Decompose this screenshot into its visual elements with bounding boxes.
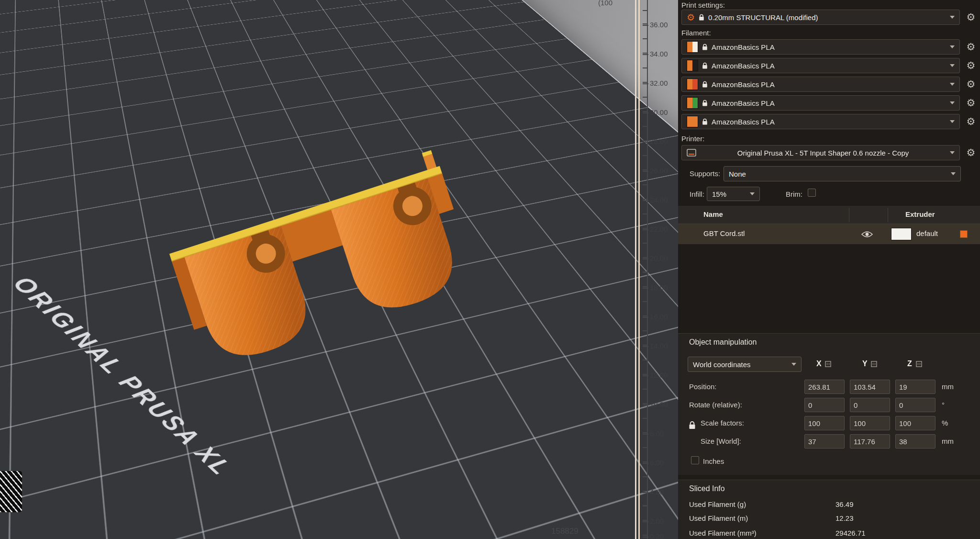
print-settings-value: 0.20mm STRUCTURAL (modified) [708,13,818,22]
filament-gear-button-1[interactable]: ⚙ [964,39,978,55]
filament-combo-4[interactable]: AmazonBasics PLA [681,95,960,111]
viewport-status-number: 158829 [551,527,579,536]
ruler-label: 26.00 [650,167,677,175]
position-z-input[interactable] [895,380,935,394]
infill-select[interactable]: 15% [707,187,760,201]
filament-name: AmazonBasics PLA [712,118,775,126]
position-x-input[interactable] [804,380,845,394]
scale-z-input[interactable] [895,416,935,430]
extruder-color-swatch[interactable] [891,228,912,240]
extruder-value: default [916,229,938,237]
axis-y-icon[interactable] [871,360,877,369]
size-z-input[interactable] [895,434,935,449]
filament-name: AmazonBasics PLA [712,62,775,70]
lock-icon [702,81,708,88]
filament-combo-3[interactable]: AmazonBasics PLA [681,77,960,92]
scale-x-input[interactable] [804,416,845,430]
extruder-color-button[interactable] [960,230,968,238]
prusaslicer-window: ORIGINAL PRUSA XL [0,0,980,539]
filament-gear-button-5[interactable]: ⚙ [964,114,978,129]
used-filament-mm3-value: 29426.71 [835,529,866,537]
scale-y-input[interactable] [850,416,890,430]
supports-select[interactable]: None [724,166,961,181]
size-unit: mm [942,437,954,445]
filament-gear-button-2[interactable]: ⚙ [964,58,978,73]
ruler-label: 10.00 [650,400,677,408]
layer-slider-track[interactable] [635,0,636,539]
filament-color-swatch [687,79,698,90]
supports-value: None [729,170,746,178]
filament-name: AmazonBasics PLA [712,43,775,51]
eye-icon[interactable] [861,231,873,239]
ruler-label: 32.00 [650,79,677,87]
extruder-column-header: Extruder [905,210,935,218]
coordinate-system-select[interactable]: World coordinates [688,357,802,372]
filament-name: AmazonBasics PLA [712,99,775,107]
uniform-scale-lock-icon[interactable] [689,421,696,431]
used-filament-m-value: 12.23 [835,514,854,522]
rotate-z-input[interactable] [895,398,935,412]
filament-label: Filament: [681,29,711,37]
filament-gear-button-3[interactable]: ⚙ [964,77,978,92]
axis-x-header: X [816,359,822,368]
axis-z-header: Z [907,359,912,368]
size-x-input[interactable] [804,434,845,449]
print-settings-combo[interactable]: ⚙ 0.20mm STRUCTURAL (modified) [681,10,960,25]
axis-x-icon[interactable] [825,360,831,369]
used-filament-g-label: Used Filament (g) [689,500,746,508]
object-name: GBT Cord.stl [703,229,745,237]
ruler-label: 22.00 [650,225,677,233]
ruler-label: 34.00 [650,50,677,58]
chevron-down-icon [950,64,955,67]
chevron-down-icon [950,101,955,104]
print-settings-gear-button[interactable]: ⚙ [964,10,978,25]
axis-z-icon[interactable] [916,360,922,369]
filament-color-swatch [687,41,698,53]
scale-unit: % [942,419,948,427]
object-row-gbt-cord[interactable]: GBT Cord.stl default [678,224,980,244]
printer-combo[interactable]: Original Prusa XL - 5T Input Shaper 0.6 … [681,145,960,160]
brim-label: Brim: [786,190,802,198]
print-settings-profile-icon: ⚙ [687,13,695,22]
filament-combo-1[interactable]: AmazonBasics PLA [681,39,960,55]
chevron-down-icon [750,192,755,195]
plate-thumbnail-icon[interactable] [0,471,22,512]
chevron-down-icon [950,83,955,86]
ruler-label: 30.00 [650,108,677,116]
axis-y-header: Y [862,359,868,368]
object-manipulation-section: Object manipulation World coordinates X … [678,333,980,475]
filament-color-swatch [687,60,698,71]
rotate-y-input[interactable] [850,398,890,412]
model-gbt-cord[interactable] [168,140,475,370]
filament-combo-2[interactable]: AmazonBasics PLA [681,58,960,73]
printer-gear-button[interactable]: ⚙ [964,145,978,160]
chevron-down-icon [950,120,955,123]
lock-icon [699,14,704,21]
printer-label: Printer: [681,135,704,143]
size-label: Size [World]: [701,437,741,445]
filament-gear-button-4[interactable]: ⚙ [964,95,978,111]
name-column-header: Name [703,210,723,218]
filament-name: AmazonBasics PLA [712,80,775,89]
ruler-label: 18.00 [650,283,677,292]
object-list-header: Name Extruder [678,206,980,224]
ruler-label: 20.00 [650,254,677,262]
position-y-input[interactable] [850,380,890,394]
ruler-minor-ticks [643,0,647,539]
3d-viewport[interactable]: ORIGINAL PRUSA XL [0,0,678,539]
ruler-label: 0.20 [650,532,677,539]
sliced-info-title: Sliced Info [689,484,725,493]
coordinate-system-value: World coordinates [693,360,751,369]
supports-label: Supports: [690,169,720,178]
rotate-x-input[interactable] [804,398,845,412]
filament-combo-5[interactable]: AmazonBasics PLA [681,114,960,129]
size-y-input[interactable] [850,434,890,449]
chevron-down-icon [951,172,956,175]
brim-checkbox[interactable] [808,189,816,197]
lock-icon [702,118,708,125]
chevron-down-icon [950,151,955,154]
inches-checkbox[interactable] [691,456,699,464]
chevron-down-icon [950,45,955,48]
layer-slider-track[interactable] [638,0,640,539]
used-filament-g-value: 36.49 [835,500,854,508]
